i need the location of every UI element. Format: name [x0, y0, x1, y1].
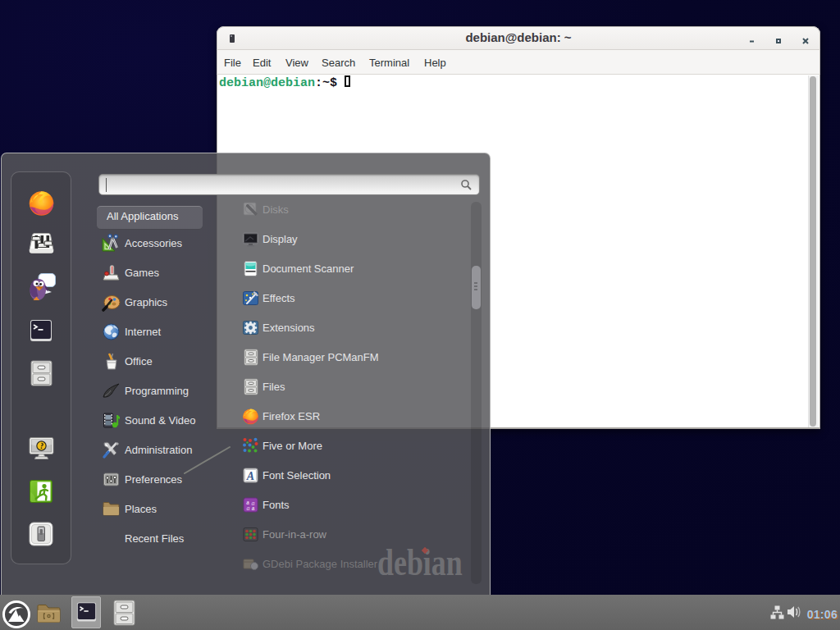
- svg-text:A: A: [246, 470, 254, 482]
- svg-text:a: a: [247, 504, 250, 512]
- svg-text:a: a: [252, 504, 255, 512]
